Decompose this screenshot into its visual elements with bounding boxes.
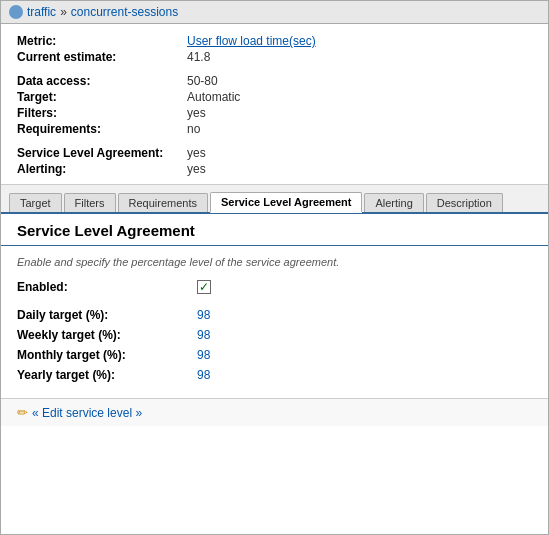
target-row: Target: Automatic <box>17 90 532 104</box>
monthly-value: 98 <box>197 348 210 362</box>
breadcrumb-part2[interactable]: concurrent-sessions <box>71 5 178 19</box>
breadcrumb-part1[interactable]: traffic <box>27 5 56 19</box>
info-section: Metric: User flow load time(sec) Current… <box>1 24 548 185</box>
edit-service-level-link[interactable]: « Edit service level » <box>32 406 142 420</box>
alerting-value: yes <box>187 162 206 176</box>
current-estimate-label: Current estimate: <box>17 50 187 64</box>
tab-filters[interactable]: Filters <box>64 193 116 212</box>
metric-row: Metric: User flow load time(sec) <box>17 34 532 48</box>
enabled-row: Enabled: ✓ <box>17 280 532 294</box>
alerting-row: Alerting: yes <box>17 162 532 176</box>
yearly-row: Yearly target (%): 98 <box>17 368 532 382</box>
data-access-label: Data access: <box>17 74 187 88</box>
yearly-label: Yearly target (%): <box>17 368 197 382</box>
filters-value: yes <box>187 106 206 120</box>
filters-label: Filters: <box>17 106 187 120</box>
data-access-value: 50-80 <box>187 74 218 88</box>
yearly-value: 98 <box>197 368 210 382</box>
edit-pencil-icon: ✏ <box>17 405 28 420</box>
weekly-row: Weekly target (%): 98 <box>17 328 532 342</box>
tab-target[interactable]: Target <box>9 193 62 212</box>
requirements-label: Requirements: <box>17 122 187 136</box>
metric-label: Metric: <box>17 34 187 48</box>
enabled-checkbox[interactable]: ✓ <box>197 280 211 294</box>
current-estimate-value: 41.8 <box>187 50 210 64</box>
daily-label: Daily target (%): <box>17 308 197 322</box>
breadcrumb-separator: » <box>60 5 67 19</box>
tabs-bar: Target Filters Requirements Service Leve… <box>1 185 548 214</box>
enabled-label: Enabled: <box>17 280 197 294</box>
weekly-value: 98 <box>197 328 210 342</box>
monthly-label: Monthly target (%): <box>17 348 197 362</box>
sla-row: Service Level Agreement: yes <box>17 146 532 160</box>
tab-sla[interactable]: Service Level Agreement <box>210 192 362 213</box>
metric-value[interactable]: User flow load time(sec) <box>187 34 316 48</box>
tab-requirements[interactable]: Requirements <box>118 193 208 212</box>
monthly-row: Monthly target (%): 98 <box>17 348 532 362</box>
section-description: Enable and specify the percentage level … <box>17 256 532 268</box>
section-title: Service Level Agreement <box>1 214 548 246</box>
requirements-row: Requirements: no <box>17 122 532 136</box>
data-access-row: Data access: 50-80 <box>17 74 532 88</box>
tab-description[interactable]: Description <box>426 193 503 212</box>
content-area: Service Level Agreement Enable and speci… <box>1 214 548 398</box>
target-value: Automatic <box>187 90 240 104</box>
alerting-label: Alerting: <box>17 162 187 176</box>
sla-value: yes <box>187 146 206 160</box>
footer-bar: ✏ « Edit service level » <box>1 398 548 426</box>
section-body: Enable and specify the percentage level … <box>1 246 548 398</box>
tab-alerting[interactable]: Alerting <box>364 193 423 212</box>
sla-label: Service Level Agreement: <box>17 146 187 160</box>
daily-value: 98 <box>197 308 210 322</box>
filters-row: Filters: yes <box>17 106 532 120</box>
weekly-label: Weekly target (%): <box>17 328 197 342</box>
daily-row: Daily target (%): 98 <box>17 308 532 322</box>
breadcrumb-icon <box>9 5 23 19</box>
requirements-value: no <box>187 122 200 136</box>
main-container: traffic » concurrent-sessions Metric: Us… <box>0 0 549 535</box>
target-label: Target: <box>17 90 187 104</box>
current-estimate-row: Current estimate: 41.8 <box>17 50 532 64</box>
breadcrumb-bar: traffic » concurrent-sessions <box>1 1 548 24</box>
